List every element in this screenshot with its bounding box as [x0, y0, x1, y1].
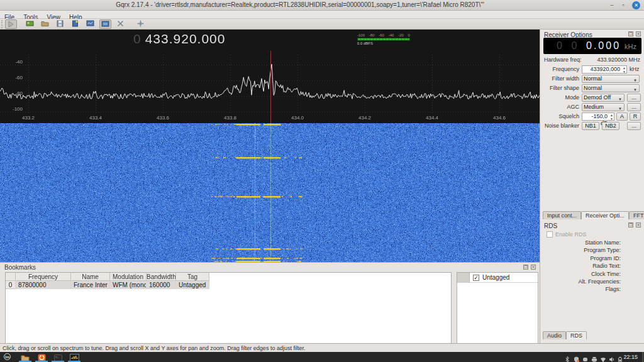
- file-manager-button[interactable]: [19, 353, 31, 361]
- column-header[interactable]: Frequency: [16, 273, 71, 281]
- squelch-spinbox[interactable]: -150,0 dB▲▼: [582, 112, 614, 121]
- configure-io-button[interactable]: [24, 19, 36, 29]
- meter-tick: -100: [357, 33, 365, 37]
- right-dock-area: Receiver Options ❐ ✕ 0 0 0.000kHz Hardwa…: [540, 30, 644, 343]
- battery-icon[interactable]: [618, 354, 623, 362]
- x-axis-tick: 434.6: [493, 115, 506, 121]
- rds-field-label: Clock Time:: [540, 271, 621, 277]
- nb2-button[interactable]: NB2: [602, 122, 619, 130]
- column-header[interactable]: Name: [71, 273, 110, 281]
- x-axis-tick: 434.4: [426, 115, 438, 121]
- spectrum-plot[interactable]: [0, 30, 540, 123]
- bluetooth-icon[interactable]: [565, 354, 570, 362]
- bookmarks-panel: Bookmarks ❐ ✕ FrequencyNameModulationBan…: [0, 262, 540, 343]
- load-settings-button[interactable]: [39, 19, 51, 29]
- rds-field-label: Radio Text:: [540, 263, 621, 269]
- frequency-label: Frequency: [540, 65, 579, 74]
- center-button[interactable]: [135, 19, 147, 29]
- status-bar: Click, drag or scroll on spectrum to tun…: [0, 343, 644, 352]
- column-header[interactable]: Tag: [176, 273, 209, 281]
- printer-icon[interactable]: [591, 354, 597, 362]
- tab-fftsett[interactable]: FFT Sett...: [629, 211, 644, 219]
- toolbar-handle[interactable]: [1, 20, 3, 28]
- mode-options-button[interactable]: ...: [627, 94, 641, 102]
- meter-tick: -60: [379, 33, 384, 37]
- mint-menu-icon[interactable]: lm: [4, 353, 11, 360]
- volume-icon[interactable]: [609, 354, 615, 362]
- close-panel-icon[interactable]: ✕: [531, 265, 536, 270]
- row-index: 0: [6, 281, 16, 289]
- monitor-icon: [84, 20, 96, 27]
- update-shield-icon[interactable]: [574, 354, 579, 362]
- rds-field-label: Station Name:: [540, 239, 621, 246]
- folder-icon: [39, 20, 51, 27]
- bookmark-cell: Untagged: [176, 281, 209, 289]
- report-icon[interactable]: [582, 354, 588, 362]
- floppy-icon: [54, 20, 66, 27]
- device-icon: [24, 20, 36, 27]
- start-dsp-button[interactable]: [5, 19, 17, 29]
- tab-receiveropti[interactable]: Receiver Opti...: [581, 211, 629, 219]
- tag-item[interactable]: ✓Untagged: [457, 273, 538, 283]
- bookmarks-table[interactable]: FrequencyNameModulationBandwidthTag08780…: [5, 272, 452, 350]
- hardware-freq-value: 433.920000 MHz: [597, 57, 640, 63]
- enable-rds-checkbox[interactable]: Enable RDS: [547, 231, 587, 238]
- tab-inputcont[interactable]: Input cont...: [543, 211, 581, 219]
- bookmark-cell: WFM (mono): [110, 281, 147, 289]
- frequency-spinbox[interactable]: 433920,000▲▼: [582, 65, 627, 74]
- terminal-button[interactable]: >_: [52, 353, 64, 361]
- tab-audio[interactable]: Audio: [543, 331, 566, 339]
- column-header[interactable]: Bandwidth: [147, 273, 176, 281]
- taskbar-clock: 22:15: [623, 354, 638, 360]
- network-icon[interactable]: [600, 354, 606, 362]
- mode-select[interactable]: Demod Off▼: [582, 94, 625, 102]
- tab-rds[interactable]: RDS: [566, 331, 587, 339]
- agc-options-button[interactable]: ...: [627, 103, 641, 111]
- squelch-auto-button[interactable]: A: [616, 112, 628, 121]
- meter-tick: -80: [369, 33, 375, 37]
- monitor2-icon: [100, 21, 111, 28]
- close-panel-icon[interactable]: ✕: [636, 222, 641, 228]
- filter-width-select[interactable]: Normal▼: [582, 75, 640, 83]
- iq-tool-button[interactable]: [84, 19, 96, 29]
- y-axis-tick: -100: [4, 106, 23, 112]
- close-button[interactable]: ✕: [632, 1, 640, 9]
- minimize-button[interactable]: –: [608, 1, 616, 9]
- checkbox-icon[interactable]: ✓: [473, 275, 479, 281]
- float-panel-icon[interactable]: ❐: [628, 31, 633, 36]
- bookmarks-tag-list[interactable]: ✓Untagged: [457, 272, 538, 350]
- nb-options-button[interactable]: ...: [627, 122, 641, 130]
- frequency-digits: 433.920.000: [145, 31, 226, 46]
- bookmark-row[interactable]: 087800000France InterWFM (mono)160000Unt…: [6, 281, 451, 289]
- title-bar[interactable]: Gqrx 2.17.4 - 'driver=rtlsdr,manufacture…: [0, 0, 644, 11]
- save-settings-button[interactable]: [54, 19, 66, 29]
- svg-text:>_: >_: [55, 355, 58, 358]
- book-icon: [69, 20, 81, 27]
- column-header[interactable]: Modulation: [110, 273, 147, 281]
- maximize-button[interactable]: ▫: [619, 1, 628, 9]
- filter-shape-select[interactable]: Normal▼: [582, 84, 640, 92]
- checkbox-icon: [547, 231, 553, 238]
- agc-select[interactable]: Medium▼: [582, 103, 625, 111]
- squelch-reset-button[interactable]: R: [630, 112, 641, 121]
- rds-title: RDS: [544, 222, 557, 229]
- float-panel-icon[interactable]: ❐: [523, 265, 528, 270]
- tools-icon: [114, 20, 126, 27]
- preferences-button[interactable]: [114, 19, 126, 29]
- float-panel-icon[interactable]: ❐: [628, 222, 633, 228]
- close-panel-icon[interactable]: ✕: [636, 31, 641, 36]
- signal-meter-bar: [357, 38, 410, 41]
- waterfall-display[interactable]: [0, 123, 540, 262]
- gqrx-window-button[interactable]: [68, 353, 80, 361]
- frequency-readout[interactable]: 0433.920.000: [133, 31, 225, 47]
- bookmarks-button[interactable]: [69, 19, 81, 29]
- crosshair-icon: [135, 20, 147, 27]
- dsp-settings-button[interactable]: [99, 19, 111, 29]
- window-title: Gqrx 2.17.4 - 'driver=rtlsdr,manufacture…: [0, 1, 600, 8]
- software-app-button[interactable]: [35, 353, 48, 361]
- filter-offset-lcd[interactable]: 0 0 0.000kHz: [543, 38, 641, 54]
- filter-width-label: Filter width: [540, 75, 579, 83]
- meter-tick: 0: [408, 33, 410, 37]
- nb1-button[interactable]: NB1: [582, 122, 599, 130]
- tag-label: Untagged: [482, 274, 509, 281]
